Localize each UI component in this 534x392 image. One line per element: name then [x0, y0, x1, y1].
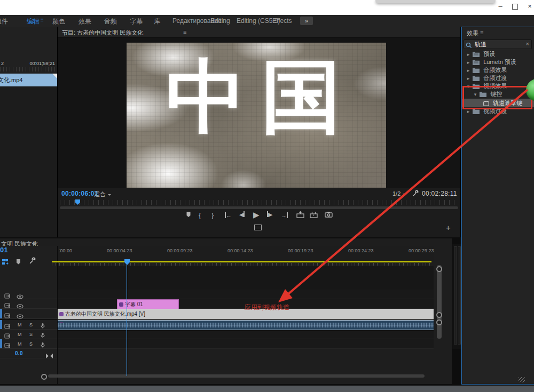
vscroll-top-handle[interactable] [436, 266, 442, 272]
solo-button[interactable]: S [29, 341, 33, 347]
workspace-overflow-button[interactable]: » [300, 17, 313, 25]
meter-right [458, 246, 461, 345]
export-frame-camera-icon[interactable] [325, 211, 333, 219]
solo-button[interactable]: S [29, 322, 33, 327]
highlight-rectangle [462, 86, 532, 109]
titlebar-overlay-pill [375, 0, 496, 3]
track-lane-a2[interactable] [58, 330, 434, 339]
taskbar-strip [0, 386, 534, 392]
program-monitor-panel: 节目: 古老的中国文明 民族文化 ≡ 中国 00:00:06:01 适合 1/2… [58, 27, 461, 237]
marker-icon[interactable] [15, 258, 21, 267]
timeline-settings-wrench-icon[interactable] [29, 257, 36, 267]
target-indicator-a1[interactable] [0, 320, 2, 329]
audio-midline [58, 325, 434, 325]
mute-button[interactable]: M [18, 341, 22, 347]
go-to-in-button[interactable]: ← [225, 211, 232, 219]
target-indicator-v1[interactable] [0, 309, 2, 318]
timeline-timecode[interactable]: 01 [0, 246, 8, 254]
monitor-scrubber[interactable] [60, 200, 458, 205]
workspace-tab-components[interactable]: 组件 [0, 17, 8, 26]
track-lane-v3[interactable] [58, 290, 434, 299]
ruler-label: 00:00:24:23 [348, 248, 374, 253]
workspace-tab-captions[interactable]: 字幕 [130, 17, 143, 26]
fit-sequence-icon[interactable] [46, 351, 53, 361]
fit-dropdown[interactable]: 适合 [94, 190, 111, 198]
workspace-menu-icon[interactable]: ≡ [41, 17, 44, 23]
minimize-button[interactable]: – [494, 2, 506, 11]
expander-icon[interactable]: ▸ [466, 51, 471, 59]
resize-grip-icon [519, 377, 525, 382]
workspace-tab-library[interactable]: 库 [154, 17, 160, 26]
expander-icon[interactable]: ▸ [466, 59, 471, 67]
go-to-out-button[interactable]: → [281, 211, 288, 219]
timeline-playhead-line[interactable] [127, 262, 127, 376]
project-selected-item[interactable]: 文化.mp4 [0, 74, 57, 86]
effects-tree-item-presets[interactable]: ▸ 预设 [462, 50, 534, 58]
add-button[interactable]: + [446, 223, 451, 232]
chevron-down-icon [403, 194, 406, 197]
program-monitor-header[interactable]: 节目: 古老的中国文明 民族文化 ≡ [58, 27, 460, 38]
expander-icon[interactable]: ▸ [466, 75, 471, 83]
effects-search-box[interactable]: × [464, 39, 532, 49]
track-header-a3: M S [0, 339, 57, 349]
workspace-tab-editing-active[interactable]: 编辑 [27, 17, 40, 26]
workspace-bar: 组件 编辑 ≡ 颜色 效果 音频 字幕 库 Редактирование Edi… [0, 15, 534, 27]
workspace-tab-effects[interactable]: 效果 [78, 17, 91, 26]
work-area-bar[interactable] [52, 261, 431, 262]
clip-label: 古老的中国文明 民族文化.mp4 [V] [65, 311, 145, 317]
settings-wrench-icon[interactable] [412, 189, 419, 199]
panel-menu-icon[interactable]: ≡ [480, 29, 483, 36]
clip-label: 字幕 01 [125, 301, 143, 307]
track-header-a1: M S [0, 320, 57, 330]
expander-icon[interactable]: ▸ [466, 67, 471, 75]
effects-tree-item-lumetri-presets[interactable]: ▸ Lumetri 预设 [462, 58, 534, 66]
comparison-view-button[interactable] [254, 225, 262, 230]
play-button[interactable]: ▶ [253, 210, 260, 220]
workspace-tab-editing-en[interactable]: Editing [210, 17, 230, 25]
ruler-label: 00:00:19:23 [288, 248, 313, 253]
clip-edge-handle[interactable] [436, 312, 442, 318]
restore-icon [512, 4, 518, 10]
ruler-label: 00:00:04:23 [107, 248, 132, 253]
step-back-button[interactable]: ◀ [239, 211, 245, 218]
ruler-label: 00:00:09:23 [167, 248, 193, 253]
current-timecode[interactable]: 00:00:06:01 [61, 190, 98, 197]
close-button[interactable]: × [524, 2, 534, 11]
lift-button[interactable] [296, 211, 304, 220]
clear-search-icon[interactable]: × [526, 41, 529, 47]
zoom-dropdown[interactable]: 1/2 [392, 190, 406, 197]
step-forward-button[interactable]: ▶ [267, 211, 272, 218]
extract-button[interactable] [310, 211, 318, 220]
mute-button[interactable]: M [18, 322, 22, 327]
workspace-tab-audio[interactable]: 音频 [104, 17, 117, 26]
restore-button[interactable] [509, 2, 521, 11]
monitor-zoom-bar[interactable] [60, 206, 458, 209]
workspace-tab-effects-en[interactable]: Effects [272, 17, 292, 25]
project-panel: 2 00:01;59;21 文化.mp4 ▶♪ [0, 27, 58, 237]
insert-overwrite-icon[interactable] [2, 258, 9, 264]
ruler-ticks [52, 263, 431, 266]
panel-menu-icon[interactable]: ≡ [183, 29, 186, 35]
timeline-ruler[interactable]: :00:00 00:00:04:23 00:00:09:23 00:00:14:… [58, 246, 434, 261]
workspace-tab-color[interactable]: 颜色 [52, 17, 65, 26]
search-input[interactable] [474, 41, 523, 49]
clip-audio-a1[interactable] [58, 320, 434, 330]
track-header-v3 [0, 290, 57, 299]
mark-in-button[interactable]: { [199, 211, 201, 219]
track-lane-a3[interactable] [58, 339, 434, 349]
effects-tree-item-audio-effects[interactable]: ▸ 音频效果 [462, 66, 534, 74]
project-list-empty [0, 86, 57, 237]
mark-out-button[interactable]: } [211, 211, 214, 219]
target-indicator-a3[interactable] [0, 339, 2, 348]
clip-edge-handle[interactable] [436, 319, 442, 325]
effects-tree-item-audio-transitions[interactable]: ▸ 音频过渡 [462, 74, 534, 82]
vertical-scrollbar[interactable] [437, 265, 442, 339]
source-patch-icon[interactable] [4, 311, 12, 321]
tree-item-label: 音频过渡 [483, 75, 507, 81]
tree-item-label: 音频效果 [483, 67, 507, 73]
mute-button[interactable]: M [18, 332, 22, 337]
solo-button[interactable]: S [29, 332, 33, 337]
hscroll-left-handle[interactable] [41, 374, 47, 380]
add-marker-button[interactable] [185, 211, 192, 220]
horizontal-scrollbar[interactable] [48, 374, 425, 378]
